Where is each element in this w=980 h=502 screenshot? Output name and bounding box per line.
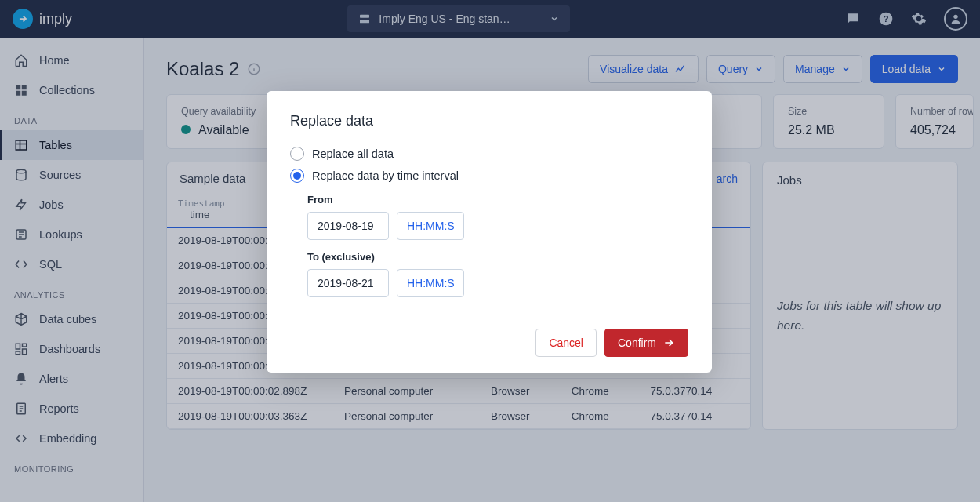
radio-icon bbox=[290, 147, 304, 161]
radio-label: Replace data by time interval bbox=[312, 169, 459, 182]
from-field-group: From bbox=[307, 194, 688, 240]
to-time-input[interactable] bbox=[397, 269, 464, 297]
from-date-input[interactable] bbox=[307, 212, 389, 240]
radio-replace-interval[interactable]: Replace data by time interval bbox=[290, 169, 688, 183]
radio-replace-all[interactable]: Replace all data bbox=[290, 147, 688, 161]
replace-data-modal: Replace data Replace all data Replace da… bbox=[267, 91, 712, 373]
field-label: From bbox=[307, 194, 688, 206]
confirm-button[interactable]: Confirm bbox=[604, 329, 688, 357]
radio-icon bbox=[290, 169, 304, 183]
modal-title: Replace data bbox=[290, 113, 688, 129]
field-label: To (exclusive) bbox=[307, 251, 688, 263]
to-date-input[interactable] bbox=[307, 269, 389, 297]
from-time-input[interactable] bbox=[397, 212, 464, 240]
to-field-group: To (exclusive) bbox=[307, 251, 688, 297]
modal-footer: Cancel Confirm bbox=[290, 329, 688, 357]
cancel-button[interactable]: Cancel bbox=[535, 329, 597, 357]
radio-label: Replace all data bbox=[312, 147, 394, 160]
